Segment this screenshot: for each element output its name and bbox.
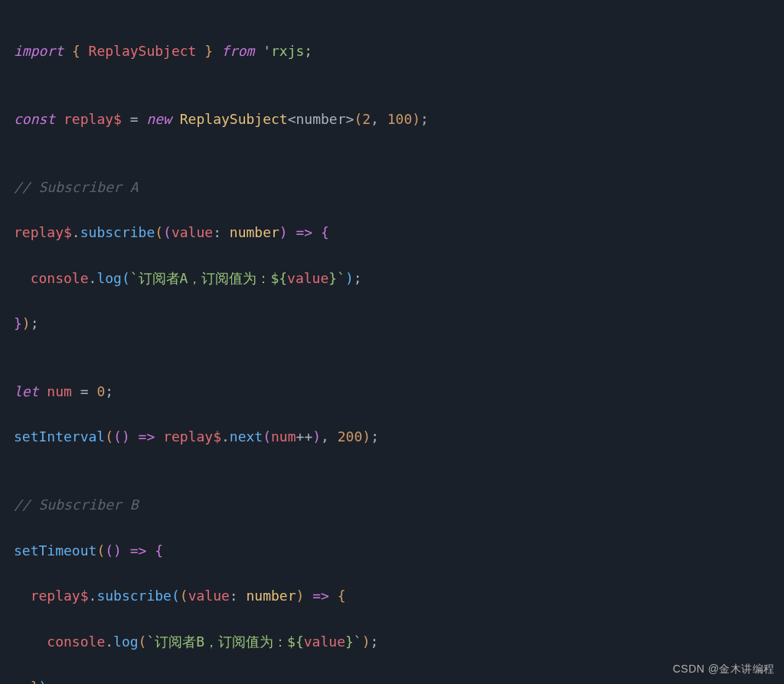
- generic: <number>: [288, 111, 354, 127]
- comma: ,: [371, 111, 379, 127]
- arrow: =>: [139, 428, 155, 445]
- paren: (: [105, 428, 113, 445]
- dot: .: [72, 224, 80, 240]
- number: 200: [338, 428, 363, 445]
- identifier: num: [47, 383, 72, 399]
- code-line: // Subscriber A: [14, 176, 770, 199]
- identifier: num: [271, 428, 296, 445]
- method: log: [96, 270, 122, 286]
- dot: .: [89, 270, 97, 286]
- paren: ): [122, 428, 130, 445]
- code-line: console.log(`订阅者B，订阅值为：${value}`);: [14, 630, 770, 653]
- code-line: replay$.subscribe((value: number) => {: [14, 585, 770, 607]
- code-line: let num = 0;: [14, 380, 770, 403]
- paren: ): [362, 428, 371, 445]
- semi: ;: [31, 315, 39, 331]
- identifier: replay$: [163, 428, 221, 445]
- semi: ;: [47, 679, 55, 684]
- code-line: const replay$ = new ReplaySubject<number…: [14, 108, 770, 131]
- dot: .: [89, 588, 97, 604]
- brace: {: [155, 542, 163, 559]
- code-line: setTimeout(() => {: [14, 539, 770, 562]
- watermark-text: CSDN @金木讲编程: [673, 660, 775, 678]
- paren: ): [113, 542, 122, 559]
- identifier: replay$: [31, 588, 89, 604]
- paren: (: [172, 588, 180, 604]
- semi: ;: [420, 111, 429, 127]
- brace: {: [321, 224, 329, 240]
- template-string: }`: [328, 270, 345, 286]
- paren: (: [180, 588, 188, 604]
- code-block: import { ReplaySubject } from 'rxjs; con…: [0, 0, 784, 684]
- paren: (: [263, 428, 271, 445]
- keyword-from: from: [221, 43, 254, 59]
- code-line: setInterval(() => replay$.next(num++), 2…: [14, 425, 770, 448]
- paren: ): [296, 588, 305, 604]
- code-line: // Subscriber B: [14, 493, 770, 516]
- brace: }: [31, 679, 39, 684]
- paren: (: [113, 428, 122, 445]
- comment: // Subscriber B: [14, 497, 139, 513]
- brace: }: [204, 43, 213, 59]
- paren: ): [279, 224, 288, 240]
- identifier: console: [31, 270, 89, 286]
- identifier: ReplaySubject: [89, 43, 197, 59]
- identifier: replay$: [64, 111, 122, 127]
- template-string: `订阅者B，订阅值为：${: [146, 634, 303, 650]
- type: number: [247, 588, 296, 604]
- number: 2: [362, 111, 371, 127]
- interp-var: value: [304, 634, 345, 650]
- paren: ): [412, 111, 420, 127]
- comment: // Subscriber A: [14, 179, 139, 195]
- paren: (: [155, 224, 163, 240]
- punct: =: [130, 111, 139, 127]
- number: 0: [96, 383, 105, 399]
- number: 100: [387, 111, 413, 127]
- arrow: =>: [312, 588, 329, 604]
- paren: ): [362, 634, 371, 650]
- function: setTimeout: [14, 542, 96, 559]
- brace: {: [338, 588, 346, 604]
- method: next: [230, 428, 263, 445]
- identifier: console: [47, 634, 105, 650]
- code-line: import { ReplaySubject } from 'rxjs;: [14, 40, 770, 63]
- code-line: });: [14, 676, 770, 684]
- class-name: ReplaySubject: [180, 111, 288, 127]
- identifier: replay$: [14, 224, 72, 240]
- semi: ;: [105, 383, 113, 399]
- keyword-new: new: [146, 111, 172, 127]
- type: number: [230, 224, 279, 240]
- paren: (: [105, 542, 113, 559]
- paren: (: [96, 542, 105, 559]
- paren: ): [312, 428, 321, 445]
- code-line: replay$.subscribe((value: number) => {: [14, 221, 770, 244]
- keyword-import: import: [14, 43, 64, 59]
- semi: ;: [371, 428, 379, 445]
- code-line: });: [14, 312, 770, 335]
- comma: ,: [321, 428, 329, 445]
- paren: (: [122, 270, 130, 286]
- method: log: [113, 634, 139, 650]
- semi: ;: [371, 634, 379, 650]
- template-string: `订阅者A，订阅值为：${: [130, 270, 287, 286]
- param: value: [172, 224, 213, 240]
- code-line: console.log(`订阅者A，订阅值为：${value}`);: [14, 267, 770, 290]
- colon: :: [213, 224, 221, 240]
- keyword-let: let: [14, 383, 39, 399]
- brace: {: [72, 43, 80, 59]
- keyword-const: const: [14, 111, 55, 127]
- operator: ++: [296, 428, 313, 445]
- param: value: [188, 588, 230, 604]
- interp-var: value: [287, 270, 328, 286]
- arrow: =>: [296, 224, 313, 240]
- eq: =: [80, 383, 89, 399]
- dot: .: [221, 428, 230, 445]
- method: subscribe: [96, 588, 172, 604]
- template-string: }`: [345, 634, 362, 650]
- paren: ): [345, 270, 354, 286]
- arrow: =>: [130, 542, 147, 559]
- paren: (: [139, 634, 147, 650]
- paren: ): [39, 679, 47, 684]
- paren: ): [22, 315, 31, 331]
- dot: .: [105, 634, 113, 650]
